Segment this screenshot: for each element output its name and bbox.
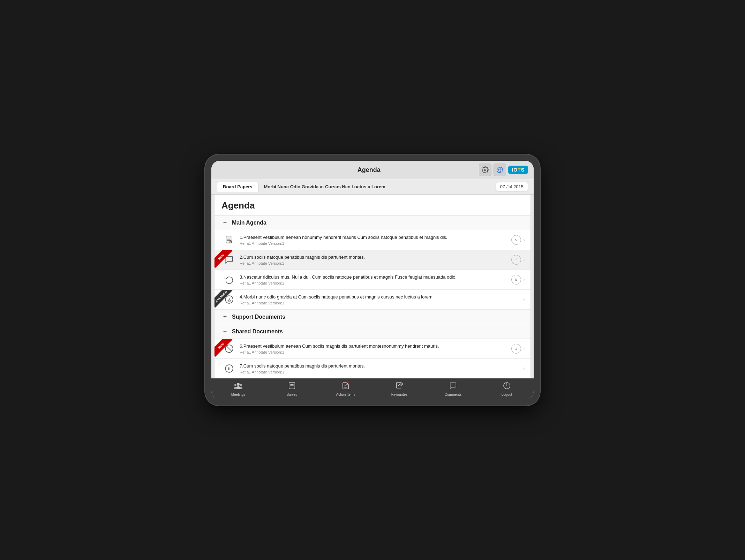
agenda-content: Agenda − Main Agenda (214, 195, 531, 378)
comments-icon (449, 382, 457, 392)
item-3-status: d (511, 275, 521, 285)
comments-label: Comments (445, 393, 461, 396)
item-1-meta: Ref:a1 Annotate Version:1 (240, 241, 507, 245)
header-title: Agenda (259, 166, 479, 174)
agenda-item-3[interactable]: 3.Nascetur ridiculus mus. Nulla dui. Cum… (215, 270, 530, 290)
section-header-support[interactable]: + Support Documents (215, 310, 530, 324)
svg-point-22 (234, 387, 237, 389)
survey-label: Survey (286, 393, 297, 396)
item-4-badge-corner: AMENDED (215, 290, 234, 309)
item-3-title: 3.Nascetur ridiculus mus. Nulla dui. Cum… (240, 274, 507, 280)
logout-label: Logout (502, 393, 512, 396)
breadcrumb-meeting-name: Morbi Nunc Odio Gravida at Cursus Nec Lu… (264, 184, 385, 189)
date-badge: 07 Jul 2015 (496, 182, 528, 191)
agenda-item-6[interactable]: NEW 6.Praesent vestibulum aenean Cum soc… (215, 339, 530, 359)
meetings-icon (234, 382, 243, 392)
item-6-right: a › (511, 344, 525, 354)
item-2-badge-corner: NEW (215, 250, 234, 270)
item-3-content: 3.Nascetur ridiculus mus. Nulla dui. Cum… (240, 274, 507, 285)
nav-meetings[interactable]: Meetings (211, 379, 265, 399)
main-agenda-toggle[interactable]: − (221, 219, 228, 226)
item-7-title: 7.Cum sociis natoque penatibus magnis di… (240, 363, 519, 369)
globe-button[interactable] (494, 164, 506, 176)
item-2-badge: NEW (215, 250, 233, 268)
survey-icon (288, 382, 296, 392)
item-1-status: s (511, 235, 521, 245)
item-1-title: 1.Praesent vestibulum aenean nonummy hen… (240, 234, 507, 241)
board-papers-tab[interactable]: Board Papers (217, 182, 258, 192)
item-6-status: a (511, 344, 521, 354)
svg-point-20 (240, 384, 242, 386)
item-7-icon (223, 362, 235, 375)
section-header-main-agenda[interactable]: − Main Agenda (215, 215, 530, 230)
section-header-shared[interactable]: − Shared Documents (215, 324, 530, 339)
agenda-page-title: Agenda (215, 195, 530, 215)
nav-action-items[interactable]: + Action Items (319, 379, 372, 399)
nav-survey[interactable]: Survey (265, 379, 319, 399)
svg-point-19 (234, 384, 236, 386)
item-1-content: 1.Praesent vestibulum aenean nonummy hen… (240, 234, 507, 245)
agenda-item-1[interactable]: 1.Praesent vestibulum aenean nonummy hen… (215, 230, 530, 250)
tablet-frame: Agenda IOTS (205, 154, 540, 406)
item-7-content: 7.Cum sociis natoque penatibus magnis di… (240, 363, 519, 374)
svg-text:+: + (347, 383, 348, 385)
item-2-right: i › (511, 255, 525, 265)
item-1-right: s › (511, 235, 525, 245)
item-6-content: 6.Praesent vestibulum aenean Cum sociis … (240, 343, 507, 354)
svg-point-0 (484, 169, 486, 171)
item-4-meta: Ref:a1 Annotate Version:1 (240, 301, 519, 305)
item-3-meta: Ref:a1 Annotate Version:1 (240, 281, 507, 285)
logout-icon (503, 382, 511, 392)
iots-logo[interactable]: IOTS (508, 166, 528, 174)
gear-button[interactable] (479, 164, 491, 176)
item-2-content: 2.Cum sociis natoque penatibus magnis di… (240, 254, 507, 265)
item-6-badge: NEW (215, 339, 233, 357)
shared-toggle[interactable]: − (221, 328, 228, 335)
support-title: Support Documents (232, 314, 285, 320)
item-6-chevron: › (523, 346, 525, 352)
breadcrumb-left: Board Papers Morbi Nunc Odio Gravida at … (217, 182, 385, 192)
nav-logout[interactable]: Logout (480, 379, 534, 399)
shared-title: Shared Documents (232, 328, 283, 335)
bottom-nav: Meetings Survey (211, 378, 534, 399)
item-2-chevron: › (523, 257, 525, 263)
item-6-title: 6.Praesent vestibulum aenean Cum sociis … (240, 343, 507, 349)
item-3-right: d › (511, 275, 525, 285)
agenda-item-7[interactable]: 7.Cum sociis natoque penatibus magnis di… (215, 359, 530, 378)
item-1-icon (223, 234, 235, 246)
tablet-screen: Agenda IOTS (211, 161, 534, 399)
nav-comments[interactable]: Comments (426, 379, 480, 399)
action-items-icon: + (342, 382, 349, 392)
svg-point-18 (237, 383, 240, 386)
item-6-meta: Ref:a1 Annotate Version:1 (240, 350, 507, 354)
header: Agenda IOTS (211, 161, 534, 179)
item-2-meta: Ref:a1 Annotate Version:1 (240, 261, 507, 265)
favourites-label: Favourites (391, 393, 408, 396)
favourites-icon (396, 382, 403, 392)
svg-point-15 (225, 365, 233, 372)
action-items-label: Action Items (336, 393, 355, 396)
header-icons: IOTS (479, 164, 528, 176)
item-2-title: 2.Cum sociis natoque penatibus magnis di… (240, 254, 507, 260)
item-2-status: i (511, 255, 521, 265)
main-agenda-title: Main Agenda (232, 220, 266, 226)
agenda-item-2[interactable]: NEW 2.Cum sociis natoque penatibus magni… (215, 250, 530, 270)
item-4-badge: AMENDED (215, 290, 233, 308)
item-4-title: 4.Morbi nunc odio gravida at Cum sociis … (240, 294, 519, 300)
svg-point-23 (240, 387, 242, 389)
support-toggle[interactable]: + (221, 313, 228, 320)
meetings-label: Meetings (231, 393, 246, 396)
item-1-chevron: › (523, 237, 525, 243)
nav-favourites[interactable]: Favourites (372, 379, 426, 399)
item-4-right: › (523, 296, 525, 303)
item-6-badge-corner: NEW (215, 339, 234, 358)
agenda-item-4[interactable]: AMENDED 4.Morbi nunc odio gravida at Cum… (215, 290, 530, 310)
item-7-chevron: › (523, 365, 525, 372)
iots-logo-text: IO (512, 167, 518, 173)
item-7-right: › (523, 365, 525, 372)
breadcrumb-bar: Board Papers Morbi Nunc Odio Gravida at … (211, 179, 534, 195)
item-3-chevron: › (523, 277, 525, 283)
item-4-chevron: › (523, 296, 525, 303)
item-7-meta: Ref:a1 Annotate Version:1 (240, 370, 519, 374)
item-3-icon (223, 273, 235, 286)
